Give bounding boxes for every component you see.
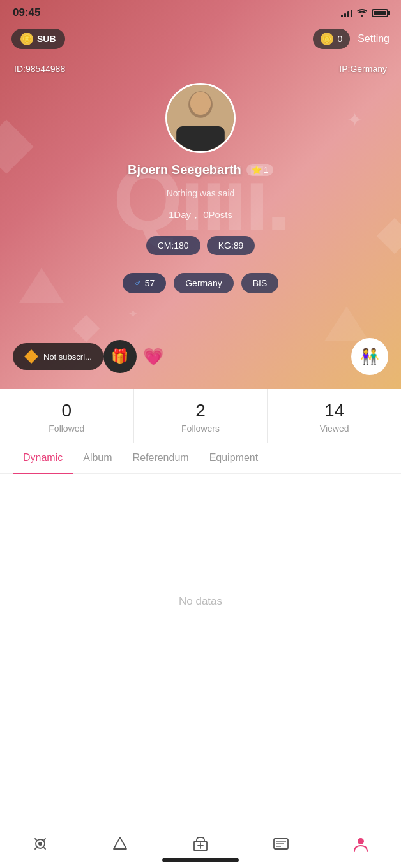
coin-badge[interactable]: 🪙 0 [313,29,350,49]
user-name-row: Bjoern Seegebarth ⭐ 1 [0,163,401,177]
svg-point-5 [38,842,42,846]
top-right-actions: 🪙 0 Setting [313,29,390,49]
cm-tag: CM:180 [146,236,200,255]
viewed-label: Viewed [320,423,349,434]
heart-button[interactable]: 💗 [137,340,170,373]
tab-album[interactable]: Album [73,443,122,474]
rank-badge: ⭐ 1 [246,164,273,176]
status-time: 09:45 [13,6,40,19]
content-area: No datas [0,474,401,729]
toys-icon [31,835,49,853]
action-row: Not subscri... 🎁 💗 👫 [0,338,401,375]
stat-viewed[interactable]: 14 Viewed [267,389,401,443]
user-bio: Nothing was said [0,188,401,198]
stores-icon [192,835,209,853]
not-subscribe-button[interactable]: Not subscri... [13,343,103,370]
user-days: 1Day， [169,209,200,220]
avatar[interactable] [165,83,236,153]
user-ip: IP:Germany [339,64,387,74]
couple-icon: 👫 [360,348,379,365]
diamond-icon [24,349,38,364]
setting-button[interactable]: Setting [358,33,390,45]
id-ip-row: ID:98544988 IP:Germany [0,64,401,74]
user-id: ID:98544988 [14,64,65,74]
user-age: 57 [145,278,155,288]
couple-button[interactable]: 👫 [351,338,388,375]
no-data-text: No datas [179,595,222,608]
profile-topbar: 🪙 SUB 🪙 0 Setting [0,29,401,49]
bottom-spacer [0,729,401,793]
svg-rect-2 [176,126,225,151]
home-indicator [0,855,401,868]
user-stats-row: 1Day， 0Posts [0,209,401,221]
bis-label: BIS [253,278,268,288]
followers-label: Followers [181,423,220,434]
svg-point-13 [358,838,364,844]
stat-followers[interactable]: 2 Followers [133,389,268,443]
tab-equipment[interactable]: Equipment [199,443,269,474]
heart-icon: 💗 [143,347,163,367]
gift-button[interactable]: 🎁 [103,340,137,373]
followed-label: Followed [49,423,84,434]
user-name: Bjoern Seegebarth [128,163,241,177]
home-bar [162,858,239,862]
stats-row: 0 Followed 2 Followers 14 Viewed [0,389,401,443]
gift-icon: 🎁 [111,348,128,365]
tab-referendum[interactable]: Referendum [123,443,199,474]
tab-dynamic[interactable]: Dynamic [13,443,73,474]
signal-bars-icon [341,8,352,17]
status-icons [341,8,388,18]
personal-icon [352,835,370,853]
viewed-count: 14 [324,402,344,420]
svg-point-3 [190,92,211,115]
battery-icon [372,9,388,17]
rank-star-icon: ⭐ [252,165,262,175]
followed-count: 0 [62,402,72,420]
country-label: Germany [185,278,222,288]
tabs-row: Dynamic Album Referendum Equipment [0,443,401,474]
stat-followed[interactable]: 0 Followed [0,389,133,443]
wifi-icon [356,8,368,18]
gender-age-tag: ♂ 57 [123,273,167,293]
followers-count: 2 [195,402,206,420]
avatar-wrap [165,83,236,153]
user-posts: 0Posts [203,209,232,220]
coin-icon: 🪙 [321,33,333,45]
messages-icon [272,835,290,853]
country-tag: Germany [174,273,234,293]
not-sub-label: Not subscri... [43,352,92,362]
male-icon: ♂ [134,277,142,289]
coin-count: 0 [337,34,342,44]
rank-num: 1 [264,165,268,175]
status-bar: 09:45 [0,0,401,23]
sub-coin-icon: 🪙 [20,33,33,45]
sub-badge[interactable]: 🪙 SUB [11,29,65,49]
kg-tag: KG:89 [207,236,255,255]
sub-label: SUB [37,34,56,44]
bis-tag: BIS [241,273,279,293]
avatar-placeholder [167,85,234,151]
user-tags: CM:180 KG:89 [0,236,401,255]
community-icon [111,835,129,853]
